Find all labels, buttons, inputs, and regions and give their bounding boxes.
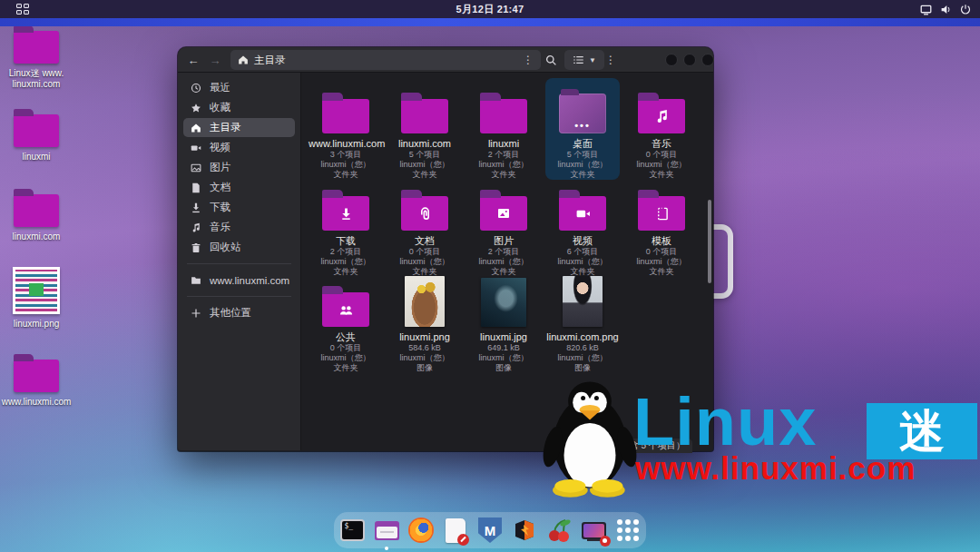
dock-text-editor-icon[interactable] (443, 518, 469, 544)
desktop-icon-linuxmi-png[interactable]: linuxmi.png (0, 267, 73, 330)
image-thumbnail (481, 278, 526, 327)
pictures-folder-icon (480, 196, 527, 231)
folder-icon (322, 99, 369, 133)
video-camera-icon (191, 143, 201, 153)
sidebar-item-bookmark-www-linuxmi[interactable]: www.linuxmi.com (183, 271, 295, 290)
dock-cherrytree-icon[interactable] (546, 518, 573, 544)
file-item-templates[interactable]: 模板 0 个项目 linuxmi（您） 文件夹 (624, 175, 699, 277)
search-button[interactable] (541, 50, 561, 70)
music-note-icon (191, 222, 201, 233)
file-count: 5 个项目 (387, 150, 462, 160)
music-folder-icon (638, 99, 685, 133)
file-owner: linuxmi（您） (309, 353, 383, 363)
file-count: 0 个项目 (309, 343, 383, 353)
chevron-down-icon: ▼ (589, 56, 596, 64)
sidebar-item-trash[interactable]: 回收站 (183, 238, 295, 257)
path-bar[interactable]: 主目录 ⋮ (230, 50, 541, 70)
dock-files-icon[interactable] (374, 518, 400, 544)
file-item-linuxmi-png[interactable]: linuxmi.png 584.6 kB linuxmi（您） 图像 (387, 271, 462, 373)
clock-date[interactable]: 5月12日 21:47 (0, 3, 980, 16)
file-item-www-linuxmi-com[interactable]: www.linuxmi.com 3 个项目 linuxmi（您） 文件夹 (309, 78, 383, 180)
download-icon (339, 207, 353, 221)
file-item-documents[interactable]: 文档 0 个项目 linuxmi（您） 文件夹 (387, 175, 462, 277)
file-item-linuxmi[interactable]: linuxmi 2 个项目 linuxmi（您） 文件夹 (466, 78, 541, 180)
sidebar-item-home[interactable]: 主目录 (183, 118, 295, 137)
desktop-icon-label: linuxmi.com (0, 232, 73, 242)
desktop-icon-linuxmi-www[interactable]: Linux迷 www. linuxmi.com (0, 24, 73, 90)
dock-screen-recorder-icon[interactable] (581, 518, 607, 544)
music-note-icon (654, 109, 670, 124)
file-owner: linuxmi（您） (545, 257, 620, 267)
dock-terminal-icon[interactable]: $_ (339, 518, 366, 544)
file-item-public[interactable]: 公共 0 个项目 linuxmi（您） 文件夹 (309, 271, 383, 373)
file-count: 0 个项目 (624, 150, 699, 160)
running-indicator (385, 547, 388, 550)
sidebar-item-videos[interactable]: 视频 (183, 138, 295, 157)
file-size: 584.6 kB (387, 343, 462, 353)
maximize-button[interactable] (683, 54, 696, 66)
file-owner: linuxmi（您） (466, 353, 541, 363)
sidebar-item-music[interactable]: 音乐 (183, 218, 295, 237)
file-name: linuxmi.jpg (466, 331, 541, 343)
file-name: linuxmi.com.png (545, 331, 620, 343)
file-item-pictures[interactable]: 图片 2 个项目 linuxmi（您） 文件夹 (466, 175, 541, 277)
sidebar-item-downloads[interactable]: 下载 (183, 198, 295, 217)
file-item-linuxmi-com[interactable]: linuxmi.com 5 个项目 linuxmi（您） 文件夹 (387, 78, 462, 180)
sidebar-item-other-locations[interactable]: 其他位置 (183, 303, 295, 322)
file-item-music[interactable]: 音乐 0 个项目 linuxmi（您） 文件夹 (624, 78, 699, 180)
view-toggle-button[interactable]: ▼ (564, 50, 604, 70)
forward-button[interactable]: → (207, 52, 223, 68)
folder-icon (480, 99, 527, 133)
file-name: 模板 (624, 235, 699, 247)
close-button[interactable] (701, 54, 714, 66)
back-button[interactable]: ← (185, 52, 201, 68)
folder-icon (401, 99, 448, 133)
sidebar-item-label: 文档 (210, 181, 230, 194)
file-item-linuxmi-jpg[interactable]: linuxmi.jpg 649.1 kB linuxmi（您） 图像 (466, 271, 541, 373)
dock-package-cube-icon[interactable] (512, 518, 538, 544)
dock-metasploit-icon[interactable]: M (477, 518, 504, 544)
sidebar-item-pictures[interactable]: 图片 (183, 158, 295, 177)
desktop-icon-linuxmi[interactable]: linuxmi (0, 107, 73, 163)
sidebar-separator (187, 263, 291, 264)
downloads-folder-icon (322, 196, 369, 231)
file-owner: linuxmi（您） (466, 257, 541, 267)
window-menu-button[interactable]: ⋮ (603, 50, 619, 70)
file-owner: linuxmi（您） (387, 160, 462, 170)
scrollbar[interactable] (708, 200, 711, 283)
document-icon (191, 182, 201, 193)
desktop-icon-www-linuxmi-com[interactable]: www.linuxmi.com (0, 352, 73, 408)
file-owner: linuxmi（您） (545, 160, 620, 170)
file-owner: linuxmi（您） (309, 257, 383, 267)
file-item-videos[interactable]: 视频 6 个项目 linuxmi（您） 文件夹 (545, 175, 620, 277)
volume-icon[interactable] (940, 4, 952, 15)
folder-icon (14, 114, 59, 147)
dock-app-grid-icon[interactable] (615, 518, 642, 544)
sidebar-item-recent[interactable]: 最近 (183, 78, 295, 97)
sidebar-item-starred[interactable]: 收藏 (183, 98, 295, 117)
public-folder-icon (322, 292, 369, 327)
folder-icon (191, 275, 201, 286)
minimize-button[interactable] (665, 54, 678, 66)
power-icon[interactable] (960, 4, 971, 15)
display-icon[interactable] (920, 4, 932, 15)
clock-icon (191, 83, 201, 94)
file-name: linuxmi.com (387, 138, 462, 150)
dock-firefox-icon[interactable] (408, 518, 435, 544)
file-item-desktop-selected[interactable]: ••• 桌面 5 个项目 linuxmi（您） 文件夹 (545, 78, 620, 180)
file-kind: 文件夹 (309, 363, 383, 373)
file-item-linuxmi-com-png[interactable]: linuxmi.com.png 820.6 kB linuxmi（您） 图像 (545, 271, 620, 373)
file-item-downloads[interactable]: 下载 2 个项目 linuxmi（您） 文件夹 (309, 175, 383, 277)
template-icon (655, 207, 669, 221)
path-menu-icon[interactable]: ⋮ (523, 54, 534, 65)
dock: $_ M (334, 512, 646, 548)
home-icon (238, 54, 249, 65)
image-thumbnail (405, 276, 445, 327)
sidebar-item-documents[interactable]: 文档 (183, 178, 295, 197)
people-icon (338, 302, 354, 318)
search-icon (545, 54, 557, 66)
desktop-icon-linuxmi-com[interactable]: linuxmi.com (0, 187, 73, 242)
sidebar-item-label: www.linuxmi.com (210, 275, 289, 286)
window-titlebar[interactable]: ← → 主目录 ⋮ ▼ ⋮ (178, 47, 713, 73)
pencil-badge-icon (457, 534, 469, 546)
